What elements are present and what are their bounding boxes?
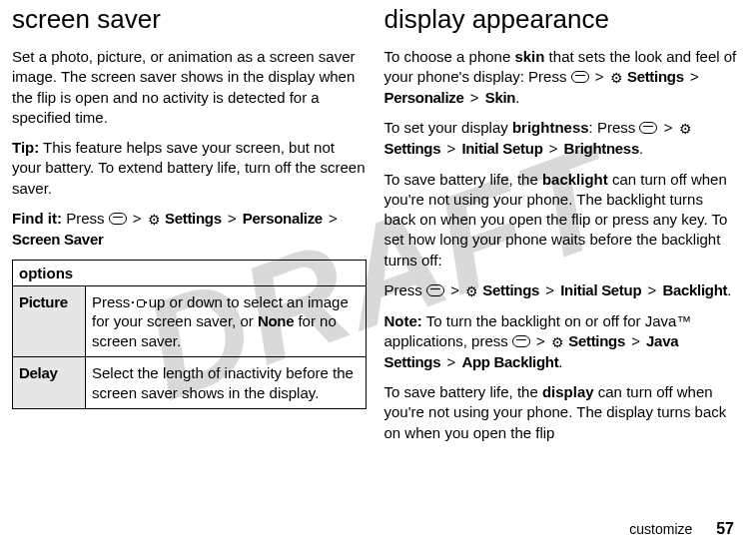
note-java: Note: To turn the backlight on or off fo… xyxy=(384,311,739,372)
p5-before: To save battery life, the xyxy=(384,383,542,400)
nav-key-icon xyxy=(135,297,145,307)
nav-personalize: Personalize xyxy=(243,210,323,227)
right-column: display appearance To choose a phone ski… xyxy=(384,4,739,453)
nav-settings: Settings xyxy=(482,281,539,298)
sep: > xyxy=(470,89,479,106)
sep: > xyxy=(133,210,142,227)
menu-key-icon xyxy=(512,335,530,347)
brightness-bold: brightness xyxy=(512,119,589,136)
sep: > xyxy=(228,210,237,227)
option-delay-body: Select the length of inactivity before t… xyxy=(86,357,367,409)
backlight-bold: backlight xyxy=(542,171,608,188)
p2-before: To set your display xyxy=(384,119,512,136)
heading-display-appearance: display appearance xyxy=(384,4,739,35)
p2-after: : Press xyxy=(589,119,640,136)
nav-settings: Settings xyxy=(568,332,625,349)
skin-paragraph: To choose a phone skin that sets the loo… xyxy=(384,47,739,108)
nav-initial-setup: Initial Setup xyxy=(560,281,641,298)
tip-body: This feature helps save your screen, but… xyxy=(12,139,366,197)
heading-screen-saver: screen saver xyxy=(12,4,367,35)
find-it-path: Find it: Press > ⚙ Settings > Personaliz… xyxy=(12,209,367,250)
screensaver-tip: Tip: This feature helps save your screen… xyxy=(12,138,367,199)
footer-section-label: customize xyxy=(629,521,692,537)
tip-label: Tip: xyxy=(12,139,39,156)
sep: > xyxy=(647,281,656,298)
brightness-paragraph: To set your display brightness: Press > … xyxy=(384,118,739,159)
sep: > xyxy=(446,140,455,157)
display-bold: display xyxy=(542,383,594,400)
nav-settings: Settings xyxy=(384,140,441,157)
sep: > xyxy=(549,140,558,157)
table-header: options xyxy=(13,260,367,285)
page-content: screen saver Set a photo, picture, or an… xyxy=(0,0,756,453)
skin-bold: skin xyxy=(514,48,544,65)
nav-brightness: Brightness xyxy=(564,140,639,157)
sep: > xyxy=(595,68,604,85)
option-picture-label: Picture xyxy=(13,285,86,357)
page-footer: customize 57 xyxy=(629,520,734,538)
sep: > xyxy=(631,332,640,349)
gear-icon: ⚙ xyxy=(465,282,478,301)
nav-settings: Settings xyxy=(165,210,222,227)
sep: > xyxy=(536,332,545,349)
sep: > xyxy=(664,119,673,136)
gear-icon: ⚙ xyxy=(148,211,161,230)
row1-before: Press xyxy=(92,293,135,310)
p4-prefix: Press xyxy=(384,281,427,298)
gear-icon: ⚙ xyxy=(610,69,623,88)
sep: > xyxy=(446,353,455,370)
nav-personalize: Personalize xyxy=(384,89,464,106)
display-paragraph: To save battery life, the display can tu… xyxy=(384,382,739,443)
menu-key-icon xyxy=(426,284,444,296)
option-none: None xyxy=(258,312,294,329)
menu-key-icon xyxy=(571,71,589,83)
screensaver-intro: Set a photo, picture, or animation as a … xyxy=(12,47,367,128)
menu-key-icon xyxy=(109,213,127,225)
gear-icon: ⚙ xyxy=(551,333,564,352)
nav-backlight: Backlight xyxy=(662,281,727,298)
find-it-prefix: Press xyxy=(62,210,109,227)
sep: > xyxy=(690,68,699,85)
note-label: Note: xyxy=(384,312,422,329)
nav-initial-setup: Initial Setup xyxy=(461,140,542,157)
menu-key-icon xyxy=(639,122,657,134)
nav-app-backlight: App Backlight xyxy=(461,353,558,370)
p3-before: To save battery life, the xyxy=(384,171,542,188)
backlight-path: Press > ⚙ Settings > Initial Setup > Bac… xyxy=(384,280,739,301)
table-header-row: options xyxy=(13,260,367,285)
nav-skin: Skin xyxy=(485,89,515,106)
sep: > xyxy=(450,281,459,298)
table-row: Picture Press up or down to select an im… xyxy=(13,285,367,357)
options-table: options Picture Press up or down to sele… xyxy=(12,260,367,410)
option-picture-body: Press up or down to select an image for … xyxy=(86,285,367,357)
table-row: Delay Select the length of inactivity be… xyxy=(13,357,367,409)
nav-screen-saver: Screen Saver xyxy=(12,231,103,248)
option-delay-label: Delay xyxy=(13,357,86,409)
backlight-paragraph: To save battery life, the backlight can … xyxy=(384,170,739,271)
sep: > xyxy=(329,210,338,227)
left-column: screen saver Set a photo, picture, or an… xyxy=(12,4,367,453)
page-number: 57 xyxy=(716,520,734,537)
nav-settings: Settings xyxy=(627,68,684,85)
sep: > xyxy=(545,281,554,298)
gear-icon: ⚙ xyxy=(679,120,692,139)
find-it-label: Find it: xyxy=(12,210,62,227)
p1-before: To choose a phone xyxy=(384,48,515,65)
